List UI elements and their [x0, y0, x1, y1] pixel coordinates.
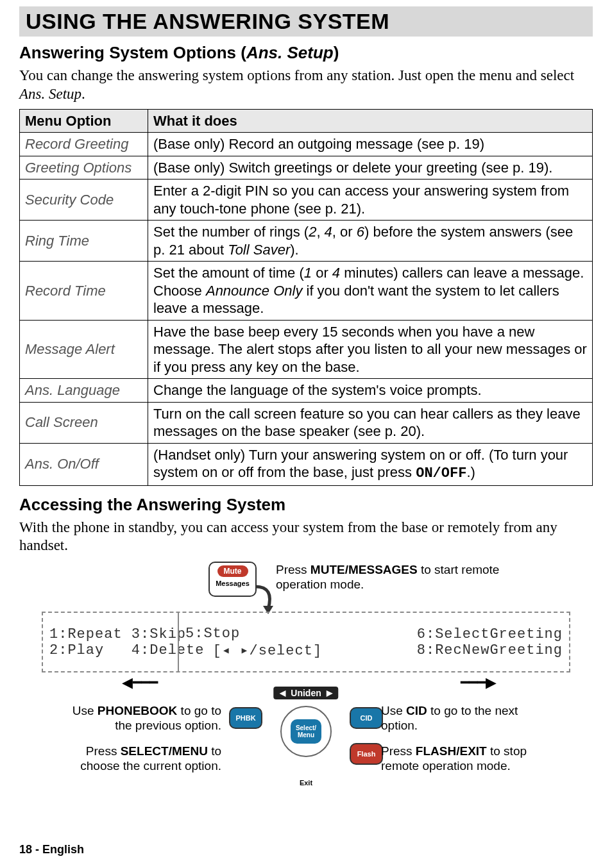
table-row: Record TimeSet the amount of time (1 or …: [20, 262, 593, 321]
phone-controls: ◀ Uniden ▶ PHBK CID Flash Select/ Menu E…: [223, 687, 389, 783]
lcd-2-play-4-delete: 2:Play 4:Delete: [49, 642, 171, 658]
footer-lang: English: [42, 843, 84, 856]
desc-cell: Have the base beep every 15 seconds when…: [148, 320, 593, 379]
page-title: USING THE ANSWERING SYSTEM: [26, 9, 586, 34]
nav-ring[interactable]: Select/ Menu: [280, 706, 332, 757]
option-cell: Message Alert: [20, 320, 148, 379]
section-1-heading: Answering System Options (Ans. Setup): [19, 43, 593, 63]
intro-a: You can change the answering system opti…: [19, 67, 574, 83]
uniden-text: Uniden: [291, 688, 321, 698]
tri-right-icon: ▶: [327, 689, 332, 697]
heading-suffix: ): [334, 43, 339, 62]
cid-button[interactable]: CID: [350, 707, 383, 729]
lcd-col-2: 5:Stop [◂ ▸/select]: [178, 613, 303, 671]
lcd-display: 1:Repeat 3:Skip 2:Play 4:Delete 5:Stop […: [42, 612, 570, 672]
table-row: Record Greeting(Base only) Record an out…: [20, 133, 593, 156]
desc-cell: (Base only) Record an outgoing message (…: [148, 133, 593, 156]
th-desc: What it does: [148, 109, 593, 133]
lcd-1-repeat-3-skip: 1:Repeat 3:Skip: [49, 626, 171, 642]
table-head-row: Menu Option What it does: [20, 109, 593, 133]
option-cell: Security Code: [20, 179, 148, 221]
heading-italic: Ans. Setup: [246, 43, 334, 62]
table-row: Ans. On/Off(Handset only) Turn your answ…: [20, 443, 593, 485]
table-row: Call ScreenTurn on the call screen featu…: [20, 402, 593, 443]
option-cell: Ans. Language: [20, 379, 148, 403]
option-cell: Ring Time: [20, 221, 148, 262]
phbk-caption: Use PHONEBOOK to go to the previous opti…: [55, 704, 221, 733]
option-cell: Greeting Options: [20, 156, 148, 179]
mute-caption: Press MUTE/MESSAGES to start remote oper…: [276, 563, 500, 592]
desc-cell: Set the amount of time (1 or 4 minutes) …: [148, 262, 593, 321]
heading-prefix: Answering System Options (: [19, 43, 246, 62]
th-option: Menu Option: [20, 109, 148, 133]
table-row: Ring TimeSet the number of rings (2, 4, …: [20, 221, 593, 262]
desc-cell: Turn on the call screen feature so you c…: [148, 402, 593, 443]
lcd-col-1: 1:Repeat 3:Skip 2:Play 4:Delete: [43, 613, 178, 671]
desc-cell: Set the number of rings (2, 4, or 6) bef…: [148, 221, 593, 262]
lcd-8-rec-new-greeting: 8:RecNewGreeting: [309, 642, 563, 658]
desc-cell: (Handset only) Turn your answering syste…: [148, 443, 593, 485]
select-caption: Press SELECT/MENU to choose the current …: [55, 744, 221, 774]
intro-c: .: [81, 86, 85, 102]
page-number: 18: [19, 843, 32, 856]
uniden-logo-bar: ◀ Uniden ▶: [273, 687, 338, 699]
section-2-intro: With the phone in standby, you can acces…: [19, 519, 593, 556]
option-cell: Record Time: [20, 262, 148, 321]
flash-button[interactable]: Flash: [350, 743, 383, 765]
table-row: Message AlertHave the base beep every 15…: [20, 320, 593, 379]
desc-cell: Enter a 2-digit PIN so you can access yo…: [148, 179, 593, 221]
desc-cell: (Base only) Switch greetings or delete y…: [148, 156, 593, 179]
exit-label: Exit: [300, 779, 312, 787]
option-cell: Ans. On/Off: [20, 443, 148, 485]
intro-b: Ans. Setup: [19, 86, 81, 102]
page-footer: 18 - English: [19, 843, 84, 856]
flash-caption: Press FLASH/EXIT to stop remote operatio…: [381, 744, 548, 774]
tri-left-icon: ◀: [280, 689, 285, 697]
phbk-button[interactable]: PHBK: [229, 707, 262, 729]
section-2-heading: Accessing the Answering System: [19, 495, 593, 515]
table-row: Security CodeEnter a 2-digit PIN so you …: [20, 179, 593, 221]
lcd-select-hint: [◂ ▸/select]: [185, 642, 296, 659]
arrow-left-icon: ◀━━━: [122, 674, 158, 691]
lcd-col-3: 6:SelectGreeting 8:RecNewGreeting: [303, 613, 569, 671]
lcd-5-stop: 5:Stop: [185, 626, 296, 642]
select-menu-button[interactable]: Select/ Menu: [291, 719, 321, 744]
table-row: Ans. LanguageChange the language of the …: [20, 379, 593, 403]
table-row: Greeting Options(Base only) Switch greet…: [20, 156, 593, 179]
option-cell: Call Screen: [20, 402, 148, 443]
arrow-right-icon: ━━━▶: [461, 674, 497, 691]
options-table: Menu Option What it does Record Greeting…: [19, 109, 593, 486]
option-cell: Record Greeting: [20, 133, 148, 156]
desc-cell: Change the language of the system's voic…: [148, 379, 593, 403]
section-1-intro: You can change the answering system opti…: [19, 67, 593, 104]
remote-operation-diagram: Mute Messages Press MUTE/MESSAGES to sta…: [19, 562, 593, 805]
lcd-6-select-greeting: 6:SelectGreeting: [309, 626, 563, 642]
cid-caption: Use CID to go to the next option.: [381, 704, 548, 733]
mute-pill: Mute: [217, 565, 248, 577]
page-title-bar: USING THE ANSWERING SYSTEM: [19, 6, 593, 37]
